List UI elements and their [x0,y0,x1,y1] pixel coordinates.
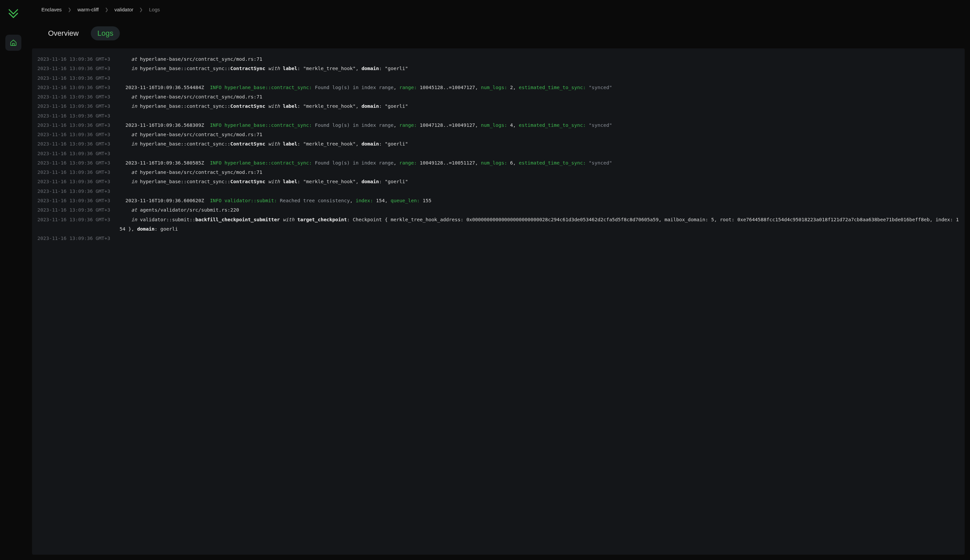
log-message: at hyperlane-base/src/contract_sync/mod.… [120,168,959,177]
log-line: 2023-11-16 13:09:36 GMT+3 [32,187,965,196]
log-line: 2023-11-16 13:09:36 GMT+3 in validator::… [32,215,965,234]
log-message: at hyperlane-base/src/contract_sync/mod.… [120,130,959,139]
tab-logs[interactable]: Logs [91,27,120,40]
log-timestamp: 2023-11-16 13:09:36 GMT+3 [37,111,110,120]
log-line: 2023-11-16 13:09:36 GMT+3 in hyperlane_b… [32,177,965,186]
log-line: 2023-11-16 13:09:36 GMT+3 at hyperlane-b… [32,168,965,177]
log-timestamp: 2023-11-16 13:09:36 GMT+3 [37,205,110,215]
log-line: 2023-11-16 13:09:36 GMT+3 [32,111,965,120]
breadcrumb-enclaves[interactable]: Enclaves [42,7,62,12]
breadcrumb: Enclaves ❯ warm-cliff ❯ validator ❯ Logs [42,7,955,12]
log-timestamp: 2023-11-16 13:09:36 GMT+3 [37,120,110,130]
log-timestamp: 2023-11-16 13:09:36 GMT+3 [37,130,110,139]
log-line: 2023-11-16 13:09:36 GMT+3 at agents/vali… [32,205,965,215]
breadcrumb-service-name[interactable]: validator [115,7,133,12]
log-timestamp: 2023-11-16 13:09:36 GMT+3 [37,102,110,111]
log-message: 2023-11-16T10:09:36.554484Z INFO hyperla… [120,83,959,92]
sidebar [0,0,27,560]
log-line: 2023-11-16 13:09:36 GMT+3 2023-11-16T10:… [32,120,965,130]
log-message: at agents/validator/src/submit.rs:220 [120,205,959,215]
log-message: at hyperlane-base/src/contract_sync/mod.… [120,92,959,102]
log-timestamp: 2023-11-16 13:09:36 GMT+3 [37,177,110,186]
breadcrumb-enclave-name[interactable]: warm-cliff [77,7,99,12]
log-output-panel[interactable]: 2023-11-16 13:09:36 GMT+3 at hyperlane-b… [32,48,965,555]
log-line: 2023-11-16 13:09:36 GMT+3 at hyperlane-b… [32,54,965,64]
log-message: at hyperlane-base/src/contract_sync/mod.… [120,54,959,64]
log-message: 2023-11-16T10:09:36.568309Z INFO hyperla… [120,120,959,130]
log-line: 2023-11-16 13:09:36 GMT+3 in hyperlane_b… [32,64,965,73]
view-tabs: Overview Logs [42,27,955,40]
log-timestamp: 2023-11-16 13:09:36 GMT+3 [37,92,110,102]
log-timestamp: 2023-11-16 13:09:36 GMT+3 [37,168,110,177]
chevron-right-icon: ❯ [139,7,143,12]
log-line: 2023-11-16 13:09:36 GMT+3 in hyperlane_b… [32,102,965,111]
log-message: in hyperlane_base::contract_sync::Contra… [120,139,959,148]
log-message: in hyperlane_base::contract_sync::Contra… [120,102,959,111]
tab-overview[interactable]: Overview [42,27,85,40]
log-timestamp: 2023-11-16 13:09:36 GMT+3 [37,149,110,158]
log-timestamp: 2023-11-16 13:09:36 GMT+3 [37,187,110,196]
log-timestamp: 2023-11-16 13:09:36 GMT+3 [37,83,110,92]
log-line: 2023-11-16 13:09:36 GMT+3 2023-11-16T10:… [32,83,965,92]
log-message: 2023-11-16T10:09:36.580585Z INFO hyperla… [120,158,959,168]
log-line: 2023-11-16 13:09:36 GMT+3 2023-11-16T10:… [32,158,965,168]
log-message: in hyperlane_base::contract_sync::Contra… [120,177,959,186]
breadcrumb-current: Logs [149,7,160,12]
log-line: 2023-11-16 13:09:36 GMT+3 2023-11-16T10:… [32,196,965,205]
chevron-right-icon: ❯ [68,7,72,12]
log-line: 2023-11-16 13:09:36 GMT+3 in hyperlane_b… [32,139,965,148]
log-timestamp: 2023-11-16 13:09:36 GMT+3 [37,233,110,243]
home-nav-button[interactable] [5,35,22,51]
log-message: 2023-11-16T10:09:36.600620Z INFO validat… [120,196,959,205]
log-line: 2023-11-16 13:09:36 GMT+3 [32,149,965,158]
log-timestamp: 2023-11-16 13:09:36 GMT+3 [37,54,110,64]
log-timestamp: 2023-11-16 13:09:36 GMT+3 [37,139,110,148]
log-message: in hyperlane_base::contract_sync::Contra… [120,64,959,73]
log-timestamp: 2023-11-16 13:09:36 GMT+3 [37,215,110,224]
log-message: in validator::submit::backfill_checkpoin… [120,215,959,234]
log-timestamp: 2023-11-16 13:09:36 GMT+3 [37,64,110,73]
log-line: 2023-11-16 13:09:36 GMT+3 [32,233,965,243]
log-timestamp: 2023-11-16 13:09:36 GMT+3 [37,196,110,205]
log-line: 2023-11-16 13:09:36 GMT+3 at hyperlane-b… [32,92,965,102]
log-timestamp: 2023-11-16 13:09:36 GMT+3 [37,158,110,168]
log-timestamp: 2023-11-16 13:09:36 GMT+3 [37,73,110,83]
chevron-right-icon: ❯ [105,7,108,12]
log-line: 2023-11-16 13:09:36 GMT+3 at hyperlane-b… [32,130,965,139]
log-line: 2023-11-16 13:09:36 GMT+3 [32,73,965,83]
app-logo [7,7,19,19]
